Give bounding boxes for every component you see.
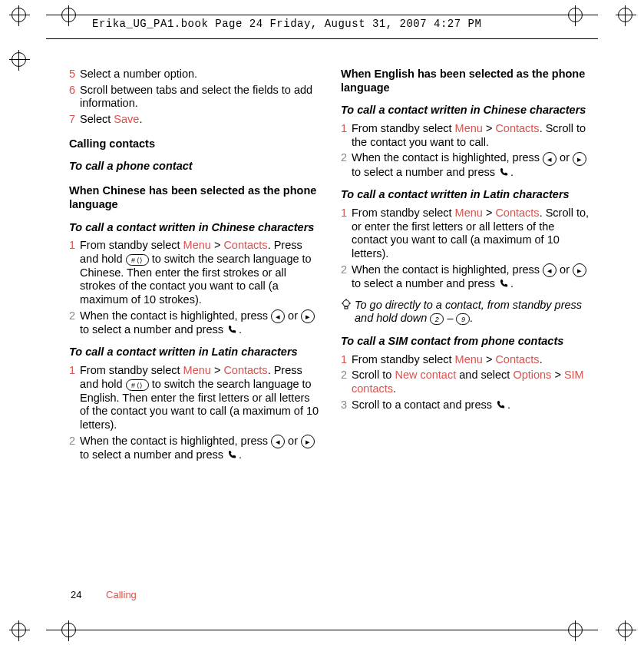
crop-mark — [12, 623, 26, 637]
en-chinese-step-2: 2 When the contact is highlighted, press… — [341, 151, 591, 179]
subheading-latin-characters: To call a contact written in Latin chara… — [341, 188, 591, 202]
link-contacts: Contacts — [495, 122, 539, 134]
step-number: 1 — [341, 207, 352, 261]
latin-step-2: 2 When the contact is highlighted, press… — [69, 435, 319, 462]
page-number: 24 — [71, 589, 81, 600]
en-chinese-step-1: 1 From standby select Menu > Contacts. S… — [341, 122, 591, 149]
heading-chinese-language: When Chinese has been selected as the ph… — [69, 184, 319, 211]
text: . — [239, 323, 242, 336]
subheading-chinese-characters: To call a contact written in Chinese cha… — [69, 221, 319, 235]
crop-mark — [12, 52, 26, 67]
text: . — [470, 312, 473, 324]
text: or — [556, 151, 573, 164]
text: or — [285, 309, 301, 322]
tip-text: To go directly to a contact, from standb… — [355, 299, 591, 326]
chinese-step-1: 1 From standby select Menu > Contacts. P… — [69, 239, 319, 306]
text: – — [444, 312, 456, 324]
text: . — [393, 382, 396, 395]
text: or — [556, 263, 573, 276]
text: > — [551, 369, 564, 381]
step-number: 1 — [341, 353, 352, 367]
link-menu: Menu — [183, 364, 211, 376]
section-name: Calling — [106, 589, 137, 600]
hash-key-icon: # ⟨⟩ — [126, 254, 149, 266]
link-save: Save — [114, 113, 139, 125]
sim-step-1: 1 From standby select Menu > Contacts. — [341, 353, 591, 367]
link-options: Options — [513, 369, 551, 381]
page-footer: 24 Calling — [71, 589, 137, 600]
link-contacts: Contacts — [223, 239, 267, 251]
text: From standby select — [352, 353, 455, 366]
step-number: 2 — [69, 309, 80, 337]
step-number: 5 — [69, 68, 80, 81]
text: When the contact is highlighted, press — [80, 309, 271, 322]
sim-step-3: 3 Scroll to a contact and press . — [341, 399, 591, 412]
text: From standby select — [352, 122, 455, 134]
text: From standby select — [80, 364, 183, 376]
link-menu: Menu — [183, 239, 211, 251]
text: > — [211, 364, 224, 376]
chinese-step-2: 2 When the contact is highlighted, press… — [69, 309, 319, 337]
text: . — [540, 353, 543, 366]
text: . — [510, 166, 514, 178]
text: . — [510, 277, 514, 289]
text: From standby select — [352, 207, 455, 219]
call-icon — [226, 324, 239, 336]
text: Scroll to a contact and press — [352, 399, 495, 411]
call-icon — [495, 399, 507, 412]
heading-calling-contacts: Calling contacts — [69, 137, 319, 151]
step-number: 3 — [341, 399, 352, 412]
link-contacts: Contacts — [495, 207, 539, 219]
subheading-chinese-characters: To call a contact written in Chinese cha… — [341, 104, 591, 117]
text: > — [483, 122, 496, 134]
step-6: 6 Scroll between tabs and select the fie… — [69, 84, 319, 111]
step-text: From standby select Menu > Contacts. — [352, 353, 591, 367]
step-text: Scroll between tabs and select the field… — [80, 84, 319, 111]
text: > — [483, 353, 496, 366]
step-number: 2 — [341, 151, 352, 179]
step-text: From standby select Menu > Contacts. Pre… — [80, 239, 319, 306]
text: . — [239, 448, 242, 461]
heading-english-language: When English has been selected as the ph… — [341, 68, 591, 94]
text: to select a number and press — [352, 277, 498, 289]
text: When the contact is highlighted, press — [352, 151, 543, 164]
subheading-latin-characters: To call a contact written in Latin chara… — [69, 346, 319, 359]
lightbulb-icon — [341, 299, 355, 326]
subheading-sim-contact: To call a SIM contact from phone contact… — [341, 335, 591, 349]
step-number: 1 — [69, 239, 80, 306]
latin-step-1: 1 From standby select Menu > Contacts. P… — [69, 364, 319, 432]
hash-key-icon: # ⟨⟩ — [126, 379, 149, 391]
footer-rule — [46, 630, 598, 630]
right-arrow-key-icon: ▸ — [573, 263, 586, 277]
text: to select a number and press — [80, 323, 226, 336]
crop-mark — [618, 623, 632, 637]
call-icon — [226, 449, 239, 461]
step-number: 2 — [69, 435, 80, 462]
step-text: From standby select Menu > Contacts. Scr… — [352, 122, 591, 149]
key-9-icon: 9 — [456, 313, 470, 325]
left-arrow-key-icon: ◂ — [543, 152, 556, 166]
svg-rect-1 — [345, 306, 348, 309]
sim-step-2: 2 Scroll to New contact and select Optio… — [341, 369, 591, 395]
call-icon — [498, 167, 510, 179]
right-arrow-key-icon: ▸ — [301, 435, 315, 448]
subheading-to-call-phone-contact: To call a phone contact — [69, 160, 319, 174]
step-text: From standby select Menu > Contacts. Pre… — [80, 364, 319, 432]
tip-note: To go directly to a contact, from standb… — [341, 299, 591, 326]
text: Select — [80, 113, 114, 125]
step-number: 2 — [341, 263, 352, 291]
link-menu: Menu — [455, 122, 483, 134]
text: From standby select — [80, 239, 183, 251]
link-menu: Menu — [455, 353, 483, 366]
call-icon — [498, 278, 510, 290]
step-number: 7 — [69, 113, 80, 127]
step-text: Select a number option. — [80, 68, 319, 81]
text: to select a number and press — [80, 448, 226, 461]
key-2-icon: 2 — [430, 313, 444, 325]
en-latin-step-2: 2 When the contact is highlighted, press… — [341, 263, 591, 291]
page-content: 5 Select a number option. 6 Scroll betwe… — [69, 68, 591, 464]
step-text: Scroll to a contact and press . — [352, 399, 591, 412]
text: When the contact is highlighted, press — [352, 263, 543, 276]
left-arrow-key-icon: ◂ — [543, 263, 556, 277]
left-column: 5 Select a number option. 6 Scroll betwe… — [69, 68, 319, 464]
